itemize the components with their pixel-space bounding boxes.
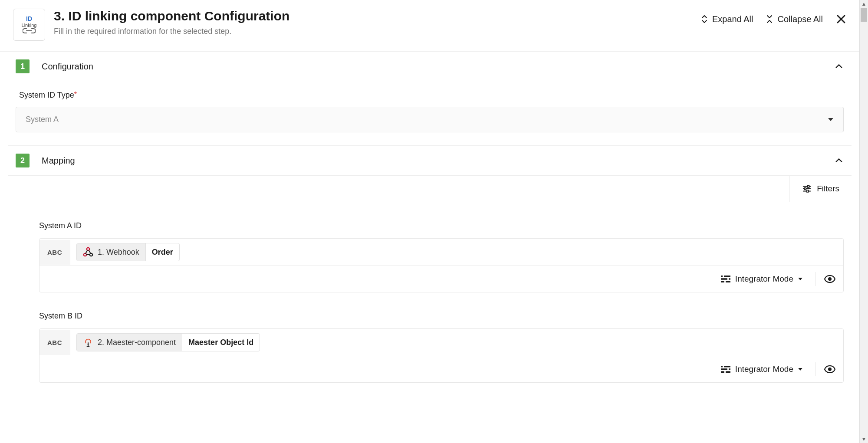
page-header: ID Linking 3. ID linking component Confi… xyxy=(0,0,859,52)
filters-button[interactable]: Filters xyxy=(789,176,852,202)
scrollbar-thumb[interactable] xyxy=(861,8,867,22)
svg-rect-14 xyxy=(721,366,730,368)
scrollbar-arrow-up-icon[interactable]: ▲ xyxy=(860,1,868,7)
integrator-mode-label: Integrator Mode xyxy=(735,364,793,374)
chevron-up-icon xyxy=(834,156,844,165)
svg-rect-1 xyxy=(805,188,806,190)
svg-point-12 xyxy=(828,277,832,281)
caret-down-icon xyxy=(798,277,803,281)
system-a-id-label: System A ID xyxy=(39,221,844,230)
eye-icon xyxy=(824,365,835,373)
mapping-chip[interactable]: 1. Webhook Order xyxy=(76,243,180,261)
svg-rect-7 xyxy=(721,278,730,280)
mapping-footer-row: Integrator Mode xyxy=(39,356,843,382)
close-icon xyxy=(836,14,846,24)
link-icon xyxy=(23,28,36,34)
section-mapping-title: Mapping xyxy=(42,156,75,166)
expand-all-label: Expand All xyxy=(712,14,753,24)
expand-all-button[interactable]: Expand All xyxy=(701,14,753,24)
svg-point-13 xyxy=(87,343,89,345)
vertical-scrollbar[interactable]: ▲ ▼ xyxy=(859,0,868,443)
svg-rect-17 xyxy=(723,365,724,368)
section-mapping-header[interactable]: 2 Mapping xyxy=(8,146,852,175)
chip-value-label: Order xyxy=(146,244,179,260)
system-id-type-label: System ID Type* xyxy=(19,91,844,100)
system-a-id-box: ABC xyxy=(39,238,844,292)
svg-rect-11 xyxy=(724,280,726,283)
system-b-id-box: ABC 2. Maester-compon xyxy=(39,328,844,383)
integrator-mode-select[interactable]: Integrator Mode xyxy=(735,364,803,374)
type-indicator-abc: ABC xyxy=(39,240,70,265)
svg-point-5 xyxy=(90,253,92,256)
page-title: 3. ID linking component Configuration xyxy=(54,9,289,23)
svg-rect-0 xyxy=(808,185,809,187)
scrollbar-arrow-down-icon[interactable]: ▼ xyxy=(860,436,868,442)
section-number-badge: 2 xyxy=(16,154,30,167)
required-indicator: * xyxy=(74,91,77,98)
svg-rect-19 xyxy=(724,371,726,373)
close-button[interactable] xyxy=(836,14,846,24)
filters-bar: Filters xyxy=(8,175,852,202)
component-icon: ID Linking xyxy=(13,9,45,41)
collapse-all-label: Collapse All xyxy=(777,14,823,24)
chip-source-label: 2. Maester-component xyxy=(98,338,176,347)
icon-line2: Linking xyxy=(22,23,37,28)
collapse-icon xyxy=(766,14,773,24)
section-configuration-header[interactable]: 1 Configuration xyxy=(8,52,852,81)
system-id-type-select[interactable]: System A xyxy=(16,107,844,132)
filters-label: Filters xyxy=(817,184,839,194)
integrator-mode-icon xyxy=(720,275,731,283)
collapse-all-button[interactable]: Collapse All xyxy=(766,14,823,24)
svg-rect-18 xyxy=(727,368,729,371)
caret-down-icon xyxy=(828,118,834,122)
chevron-up-icon xyxy=(834,62,844,71)
eye-icon xyxy=(824,275,835,283)
svg-point-20 xyxy=(828,368,832,371)
preview-button[interactable] xyxy=(815,362,835,376)
preview-button[interactable] xyxy=(815,272,835,286)
icon-line1: ID xyxy=(26,16,32,22)
section-configuration-title: Configuration xyxy=(42,62,93,72)
expand-icon xyxy=(701,14,708,24)
caret-down-icon xyxy=(798,368,803,371)
mapping-source-row: ABC xyxy=(39,239,843,266)
mapping-footer-row: Integrator Mode xyxy=(39,266,843,292)
integrator-mode-label: Integrator Mode xyxy=(735,274,793,284)
system-id-type-value: System A xyxy=(26,115,828,124)
svg-rect-6 xyxy=(721,276,730,277)
section-configuration: 1 Configuration System ID Type* System A xyxy=(8,52,852,146)
chip-value-label: Maester Object Id xyxy=(182,335,260,351)
system-b-id-label: System B ID xyxy=(39,312,844,321)
maester-icon xyxy=(83,337,93,348)
sliders-icon xyxy=(802,184,812,194)
mapping-chip[interactable]: 2. Maester-component Maester Object Id xyxy=(76,333,260,351)
integrator-mode-icon xyxy=(720,365,731,374)
svg-rect-2 xyxy=(807,190,809,192)
section-mapping: 2 Mapping Filters xyxy=(8,146,852,383)
svg-rect-9 xyxy=(723,275,724,278)
type-indicator-abc: ABC xyxy=(39,330,70,355)
svg-point-4 xyxy=(84,253,86,256)
mapping-source-row: ABC 2. Maester-compon xyxy=(39,329,843,356)
page-subtitle: Fill in the required information for the… xyxy=(54,27,289,36)
integrator-mode-select[interactable]: Integrator Mode xyxy=(735,274,803,284)
svg-rect-10 xyxy=(727,278,729,280)
svg-rect-15 xyxy=(721,368,730,370)
webhook-icon xyxy=(83,247,93,257)
chip-source-label: 1. Webhook xyxy=(98,248,139,257)
section-number-badge: 1 xyxy=(16,59,30,73)
